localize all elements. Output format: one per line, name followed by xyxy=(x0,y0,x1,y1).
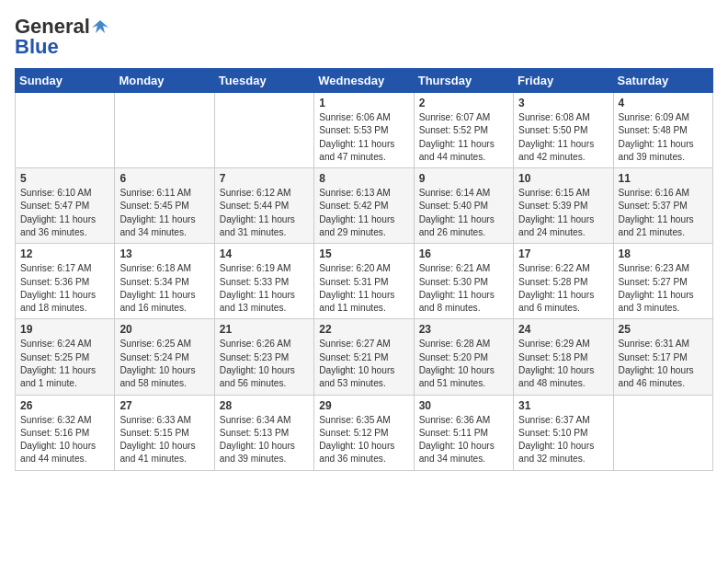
calendar-cell: 19Sunrise: 6:24 AM Sunset: 5:25 PM Dayli… xyxy=(16,319,115,395)
day-number: 23 xyxy=(419,323,508,336)
calendar-cell: 10Sunrise: 6:15 AM Sunset: 5:39 PM Dayli… xyxy=(514,168,613,244)
day-number: 13 xyxy=(119,247,209,260)
cell-info: Sunrise: 6:13 AM Sunset: 5:42 PM Dayligh… xyxy=(319,187,408,239)
calendar-cell: 14Sunrise: 6:19 AM Sunset: 5:33 PM Dayli… xyxy=(214,244,313,319)
calendar-week-1: 1Sunrise: 6:06 AM Sunset: 5:53 PM Daylig… xyxy=(16,93,713,168)
logo: General Blue xyxy=(15,15,108,59)
calendar-week-4: 19Sunrise: 6:24 AM Sunset: 5:25 PM Dayli… xyxy=(16,319,713,395)
calendar-cell: 8Sunrise: 6:13 AM Sunset: 5:42 PM Daylig… xyxy=(314,168,414,244)
day-number: 22 xyxy=(319,323,408,336)
cell-info: Sunrise: 6:14 AM Sunset: 5:40 PM Dayligh… xyxy=(419,187,508,239)
cell-info: Sunrise: 6:21 AM Sunset: 5:30 PM Dayligh… xyxy=(419,262,508,315)
calendar-cell: 3Sunrise: 6:08 AM Sunset: 5:50 PM Daylig… xyxy=(514,93,613,168)
cell-info: Sunrise: 6:26 AM Sunset: 5:23 PM Dayligh… xyxy=(220,338,309,390)
calendar-cell xyxy=(115,93,214,168)
calendar-cell: 2Sunrise: 6:07 AM Sunset: 5:52 PM Daylig… xyxy=(414,93,513,168)
calendar-cell: 13Sunrise: 6:18 AM Sunset: 5:34 PM Dayli… xyxy=(115,244,214,319)
calendar-week-2: 5Sunrise: 6:10 AM Sunset: 5:47 PM Daylig… xyxy=(16,168,713,244)
calendar-cell: 24Sunrise: 6:29 AM Sunset: 5:18 PM Dayli… xyxy=(514,319,613,395)
calendar-cell: 9Sunrise: 6:14 AM Sunset: 5:40 PM Daylig… xyxy=(414,168,513,244)
calendar-cell: 31Sunrise: 6:37 AM Sunset: 5:10 PM Dayli… xyxy=(514,395,613,470)
day-number: 20 xyxy=(119,323,209,336)
cell-info: Sunrise: 6:35 AM Sunset: 5:12 PM Dayligh… xyxy=(319,414,408,466)
cell-info: Sunrise: 6:06 AM Sunset: 5:53 PM Dayligh… xyxy=(319,111,408,164)
day-number: 30 xyxy=(419,399,508,412)
cell-info: Sunrise: 6:19 AM Sunset: 5:33 PM Dayligh… xyxy=(220,262,309,315)
day-number: 21 xyxy=(220,323,309,336)
day-number: 3 xyxy=(518,97,608,109)
calendar-cell: 6Sunrise: 6:11 AM Sunset: 5:45 PM Daylig… xyxy=(115,168,214,244)
cell-info: Sunrise: 6:10 AM Sunset: 5:47 PM Dayligh… xyxy=(20,187,109,239)
calendar-week-5: 26Sunrise: 6:32 AM Sunset: 5:16 PM Dayli… xyxy=(16,395,713,470)
page-header: General Blue xyxy=(15,15,713,59)
calendar-cell: 30Sunrise: 6:36 AM Sunset: 5:11 PM Dayli… xyxy=(414,395,513,470)
calendar-cell: 1Sunrise: 6:06 AM Sunset: 5:53 PM Daylig… xyxy=(314,93,414,168)
day-number: 4 xyxy=(619,97,708,109)
cell-info: Sunrise: 6:31 AM Sunset: 5:17 PM Dayligh… xyxy=(619,338,708,390)
calendar-table: SundayMondayTuesdayWednesdayThursdayFrid… xyxy=(15,68,713,471)
calendar-cell: 27Sunrise: 6:33 AM Sunset: 5:15 PM Dayli… xyxy=(115,395,214,470)
calendar-cell: 4Sunrise: 6:09 AM Sunset: 5:48 PM Daylig… xyxy=(613,93,712,168)
cell-info: Sunrise: 6:32 AM Sunset: 5:16 PM Dayligh… xyxy=(20,414,109,466)
day-header-wednesday: Wednesday xyxy=(314,69,414,93)
cell-info: Sunrise: 6:33 AM Sunset: 5:15 PM Dayligh… xyxy=(119,414,209,466)
day-number: 19 xyxy=(20,323,109,336)
calendar-cell: 20Sunrise: 6:25 AM Sunset: 5:24 PM Dayli… xyxy=(115,319,214,395)
calendar-cell: 21Sunrise: 6:26 AM Sunset: 5:23 PM Dayli… xyxy=(214,319,313,395)
cell-info: Sunrise: 6:23 AM Sunset: 5:27 PM Dayligh… xyxy=(619,262,708,315)
day-number: 31 xyxy=(518,399,608,412)
cell-info: Sunrise: 6:16 AM Sunset: 5:37 PM Dayligh… xyxy=(619,187,708,239)
day-number: 10 xyxy=(518,172,608,185)
calendar-cell xyxy=(214,93,313,168)
calendar-cell: 7Sunrise: 6:12 AM Sunset: 5:44 PM Daylig… xyxy=(214,168,313,244)
calendar-cell: 29Sunrise: 6:35 AM Sunset: 5:12 PM Dayli… xyxy=(314,395,414,470)
calendar-cell: 18Sunrise: 6:23 AM Sunset: 5:27 PM Dayli… xyxy=(613,244,712,319)
cell-info: Sunrise: 6:07 AM Sunset: 5:52 PM Dayligh… xyxy=(419,111,508,164)
day-number: 27 xyxy=(119,399,209,412)
day-number: 14 xyxy=(220,247,309,260)
cell-info: Sunrise: 6:17 AM Sunset: 5:36 PM Dayligh… xyxy=(20,262,109,315)
cell-info: Sunrise: 6:28 AM Sunset: 5:20 PM Dayligh… xyxy=(419,338,508,390)
day-number: 26 xyxy=(20,399,109,412)
day-number: 5 xyxy=(20,172,109,185)
day-number: 18 xyxy=(619,247,708,260)
cell-info: Sunrise: 6:37 AM Sunset: 5:10 PM Dayligh… xyxy=(518,414,608,466)
cell-info: Sunrise: 6:22 AM Sunset: 5:28 PM Dayligh… xyxy=(518,262,608,315)
calendar-week-3: 12Sunrise: 6:17 AM Sunset: 5:36 PM Dayli… xyxy=(16,244,713,319)
cell-info: Sunrise: 6:20 AM Sunset: 5:31 PM Dayligh… xyxy=(319,262,408,315)
day-number: 6 xyxy=(119,172,209,185)
day-header-friday: Friday xyxy=(514,69,613,93)
cell-info: Sunrise: 6:24 AM Sunset: 5:25 PM Dayligh… xyxy=(20,338,109,390)
day-number: 15 xyxy=(319,247,408,260)
cell-info: Sunrise: 6:08 AM Sunset: 5:50 PM Dayligh… xyxy=(518,111,608,164)
day-header-sunday: Sunday xyxy=(16,69,115,93)
calendar-cell: 15Sunrise: 6:20 AM Sunset: 5:31 PM Dayli… xyxy=(314,244,414,319)
day-header-monday: Monday xyxy=(115,69,214,93)
calendar-cell: 12Sunrise: 6:17 AM Sunset: 5:36 PM Dayli… xyxy=(16,244,115,319)
day-number: 28 xyxy=(220,399,309,412)
cell-info: Sunrise: 6:11 AM Sunset: 5:45 PM Dayligh… xyxy=(119,187,209,239)
calendar-cell: 26Sunrise: 6:32 AM Sunset: 5:16 PM Dayli… xyxy=(16,395,115,470)
day-number: 24 xyxy=(518,323,608,336)
calendar-header-row: SundayMondayTuesdayWednesdayThursdayFrid… xyxy=(16,69,713,93)
day-number: 17 xyxy=(518,247,608,260)
day-number: 7 xyxy=(220,172,309,185)
calendar-cell: 17Sunrise: 6:22 AM Sunset: 5:28 PM Dayli… xyxy=(514,244,613,319)
day-number: 29 xyxy=(319,399,408,412)
svg-marker-0 xyxy=(92,20,108,33)
logo-blue: Blue xyxy=(15,35,59,59)
day-number: 12 xyxy=(20,247,109,260)
calendar-cell: 11Sunrise: 6:16 AM Sunset: 5:37 PM Dayli… xyxy=(613,168,712,244)
calendar-cell: 23Sunrise: 6:28 AM Sunset: 5:20 PM Dayli… xyxy=(414,319,513,395)
logo-bird-icon xyxy=(92,18,108,35)
day-number: 11 xyxy=(619,172,708,185)
day-number: 9 xyxy=(419,172,508,185)
day-header-saturday: Saturday xyxy=(613,69,712,93)
day-header-thursday: Thursday xyxy=(414,69,513,93)
day-number: 25 xyxy=(619,323,708,336)
cell-info: Sunrise: 6:18 AM Sunset: 5:34 PM Dayligh… xyxy=(119,262,209,315)
day-number: 16 xyxy=(419,247,508,260)
cell-info: Sunrise: 6:12 AM Sunset: 5:44 PM Dayligh… xyxy=(220,187,309,239)
cell-info: Sunrise: 6:15 AM Sunset: 5:39 PM Dayligh… xyxy=(518,187,608,239)
day-header-tuesday: Tuesday xyxy=(214,69,313,93)
